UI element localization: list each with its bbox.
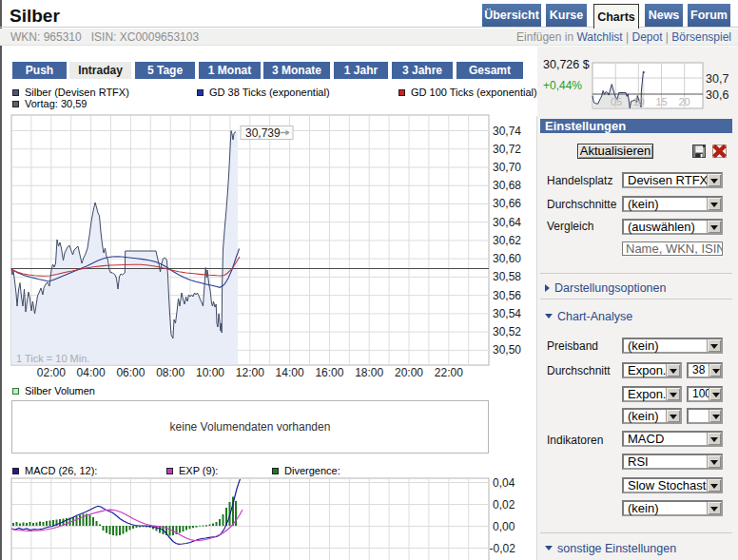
svg-text:04:00: 04:00 — [77, 366, 106, 379]
svg-text:30,68: 30,68 — [493, 179, 521, 192]
svg-text:30,72: 30,72 — [493, 143, 521, 156]
svg-text:18:00: 18:00 — [355, 366, 383, 379]
svg-text:10:00: 10:00 — [196, 366, 224, 379]
svg-text:02:00: 02:00 — [37, 366, 66, 379]
svg-text:30,52: 30,52 — [493, 325, 521, 338]
svg-text:22:00: 22:00 — [435, 366, 463, 379]
svg-text:30,6: 30,6 — [706, 88, 728, 102]
svg-text:16:00: 16:00 — [315, 366, 343, 379]
svg-text:05: 05 — [611, 96, 622, 107]
svg-text:08:00: 08:00 — [156, 366, 184, 379]
svg-text:30,58: 30,58 — [493, 270, 521, 283]
svg-text:30,74: 30,74 — [493, 125, 521, 138]
svg-text:0,00: 0,00 — [493, 520, 515, 533]
svg-text:30,739: 30,739 — [245, 126, 281, 140]
svg-text:12:00: 12:00 — [236, 366, 264, 379]
svg-text:0,02: 0,02 — [493, 498, 515, 512]
svg-text:-0,02: -0,02 — [490, 542, 516, 555]
svg-text:30,50: 30,50 — [493, 343, 521, 357]
svg-text:06:00: 06:00 — [116, 366, 145, 379]
svg-text:20:00: 20:00 — [395, 366, 423, 379]
svg-text:30,64: 30,64 — [493, 216, 521, 229]
svg-text:30,54: 30,54 — [493, 307, 521, 320]
svg-text:20: 20 — [678, 96, 689, 107]
svg-text:30,62: 30,62 — [493, 234, 521, 247]
svg-text:30,66: 30,66 — [493, 197, 521, 210]
svg-text:15: 15 — [655, 96, 667, 107]
svg-text:30,70: 30,70 — [493, 161, 521, 174]
svg-text:14:00: 14:00 — [276, 366, 304, 379]
svg-text:0,04: 0,04 — [493, 476, 515, 490]
svg-text:30,7: 30,7 — [706, 72, 728, 86]
svg-text:1 Tick = 10 Min.: 1 Tick = 10 Min. — [16, 353, 89, 364]
svg-text:10: 10 — [632, 96, 644, 107]
svg-text:30,56: 30,56 — [493, 289, 521, 302]
svg-text:30,60: 30,60 — [493, 252, 521, 265]
